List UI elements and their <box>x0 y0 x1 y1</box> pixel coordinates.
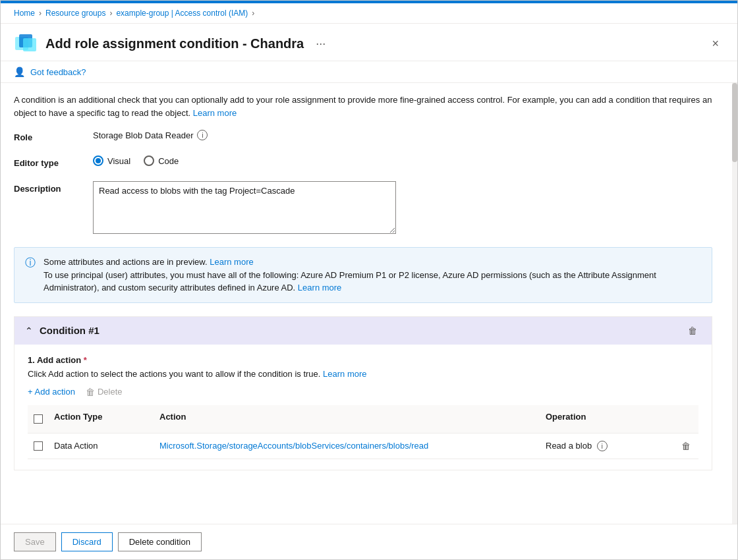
subtitle-learn-more[interactable]: Learn more <box>323 369 366 379</box>
row-delete-cell: 🗑 <box>672 434 698 459</box>
actions-table: Action Type Action Operation Data Action… <box>28 405 698 459</box>
info-banner-line1: Some attributes and actions are in previ… <box>43 257 208 267</box>
header-checkbox[interactable] <box>34 414 43 424</box>
header-action: Action <box>154 409 540 429</box>
description-row: Description Read access to blobs with th… <box>14 181 724 234</box>
row-operation: Read a blob i <box>540 435 672 457</box>
role-value: Storage Blob Data Reader <box>93 130 193 140</box>
row-trash-icon: 🗑 <box>681 441 691 451</box>
ellipsis-button[interactable]: ··· <box>312 36 329 52</box>
feedback-icon: 👤 <box>14 67 25 77</box>
condition-delete-icon-button[interactable]: 🗑 <box>684 323 701 338</box>
scrollbar-track <box>732 83 737 524</box>
info-banner-learn-more-2[interactable]: Learn more <box>298 283 341 293</box>
action-toolbar: + Add action 🗑 Delete <box>28 385 698 399</box>
panel: Home › Resource groups › example-group |… <box>0 0 738 560</box>
info-banner-icon: ⓘ <box>25 256 36 294</box>
row-action[interactable]: Microsoft.Storage/storageAccounts/blobSe… <box>154 435 540 456</box>
header-actions <box>672 409 698 429</box>
header: Add role assignment condition - Chandra … <box>1 24 737 61</box>
feedback-link[interactable]: Got feedback? <box>30 67 86 77</box>
section-subtitle: Click Add action to select the actions y… <box>28 369 698 379</box>
required-star: * <box>84 355 87 365</box>
breadcrumb-home[interactable]: Home <box>14 9 35 18</box>
table-row: Data Action Microsoft.Storage/storageAcc… <box>28 434 698 459</box>
intro-learn-more[interactable]: Learn more <box>193 108 237 118</box>
info-banner-text: Some attributes and actions are in previ… <box>43 256 701 294</box>
condition-header: ⌃ Condition #1 🗑 <box>14 317 712 345</box>
condition-body: 1. Add action * Click Add action to sele… <box>14 345 712 470</box>
page-title: Add role assignment condition - Chandra <box>45 36 304 51</box>
table-header: Action Type Action Operation <box>28 405 698 434</box>
scrollbar-thumb[interactable] <box>732 83 737 162</box>
radio-code[interactable]: Code <box>144 155 179 166</box>
delete-action-icon: 🗑 <box>86 387 95 397</box>
breadcrumb-sep-2: › <box>109 9 112 18</box>
role-info-icon[interactable]: i <box>197 130 208 140</box>
breadcrumb-access-control[interactable]: example-group | Access control (IAM) <box>116 9 248 18</box>
radio-visual-circle <box>93 155 103 166</box>
discard-button[interactable]: Discard <box>61 532 113 551</box>
breadcrumb-resource-groups[interactable]: Resource groups <box>45 9 105 18</box>
section-title-text: 1. Add action <box>28 355 81 365</box>
radio-visual[interactable]: Visual <box>93 155 130 166</box>
description-label: Description <box>14 181 80 194</box>
role-label: Role <box>14 130 80 142</box>
header-checkbox-cell <box>28 409 49 429</box>
add-action-button[interactable]: + Add action <box>28 385 75 398</box>
condition-section: ⌃ Condition #1 🗑 1. Add action * Click A… <box>14 316 712 470</box>
row-action-type: Data Action <box>49 435 154 456</box>
intro-text: A condition is an additional check that … <box>14 94 712 119</box>
row-delete-button[interactable]: 🗑 <box>677 439 695 453</box>
radio-code-label: Code <box>158 156 179 166</box>
svg-rect-2 <box>23 38 36 51</box>
condition-title: Condition #1 <box>40 325 99 336</box>
editor-type-label: Editor type <box>14 155 80 168</box>
add-action-title: 1. Add action * <box>28 355 698 365</box>
row-operation-text: Read a blob <box>546 441 592 451</box>
delete-condition-button[interactable]: Delete condition <box>118 532 202 551</box>
header-action-type: Action Type <box>49 409 154 429</box>
header-left: Add role assignment condition - Chandra … <box>14 32 329 55</box>
bottom-bar: Save Discard Delete condition <box>1 524 737 559</box>
feedback-bar: 👤 Got feedback? <box>1 61 737 83</box>
add-action-label: + Add action <box>28 387 75 397</box>
delete-action-label: Delete <box>98 387 123 397</box>
collapse-icon[interactable]: ⌃ <box>25 325 33 336</box>
intro-body: A condition is an additional check that … <box>14 95 712 118</box>
radio-visual-label: Visual <box>107 156 130 166</box>
breadcrumb-sep-1: › <box>39 9 42 18</box>
form-section: Role Storage Blob Data Reader i Editor t… <box>14 130 724 234</box>
radio-code-circle <box>144 155 154 166</box>
header-operation: Operation <box>540 409 672 429</box>
row-checkbox-cell <box>28 436 49 456</box>
editor-type-radio-group: Visual Code <box>93 155 179 166</box>
trash-icon: 🗑 <box>688 325 697 336</box>
info-banner-learn-more-1[interactable]: Learn more <box>210 257 253 267</box>
editor-type-row: Editor type Visual Code <box>14 155 724 168</box>
description-input[interactable]: Read access to blobs with the tag Projec… <box>93 181 396 234</box>
row-checkbox[interactable] <box>34 441 43 451</box>
breadcrumb-sep-3: › <box>252 9 254 18</box>
condition-header-left: ⌃ Condition #1 <box>25 325 99 336</box>
role-value-container: Storage Blob Data Reader i <box>93 130 208 140</box>
role-row: Role Storage Blob Data Reader i <box>14 130 724 142</box>
save-button[interactable]: Save <box>14 532 56 551</box>
main-content: A condition is an additional check that … <box>1 83 737 524</box>
subtitle-text: Click Add action to select the actions y… <box>28 369 320 379</box>
info-banner: ⓘ Some attributes and actions are in pre… <box>14 247 712 303</box>
delete-action-button[interactable]: 🗑 Delete <box>86 385 123 399</box>
cube-icon <box>14 32 38 55</box>
info-banner-line2: To use principal (user) attributes, you … <box>43 270 656 293</box>
breadcrumb: Home › Resource groups › example-group |… <box>1 3 737 24</box>
close-button[interactable]: × <box>706 34 724 53</box>
operation-info-icon[interactable]: i <box>597 441 608 451</box>
